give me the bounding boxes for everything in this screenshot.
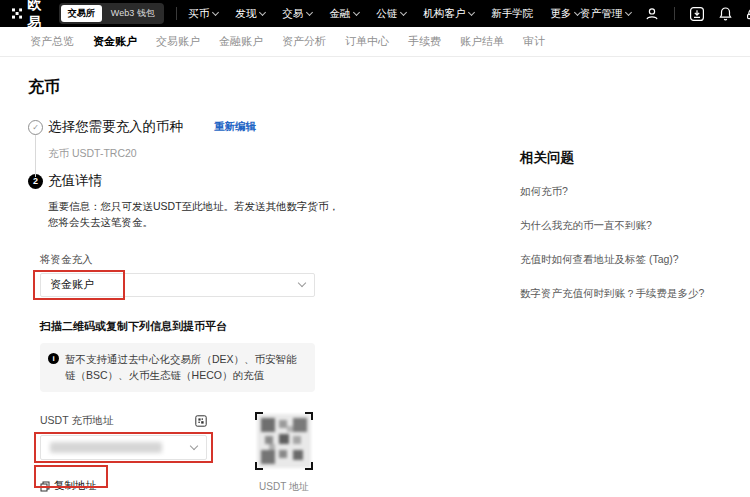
qr-code-image (257, 414, 311, 468)
copy-address-wrap: 复制地址 (40, 469, 96, 496)
subnav-audit[interactable]: 审计 (523, 34, 545, 49)
product-toggle: 交易所 Web3 钱包 (59, 3, 164, 24)
chevron-down-icon (212, 8, 219, 15)
subnav-fees[interactable]: 手续费 (408, 34, 441, 49)
chevron-down-icon (625, 8, 632, 15)
important-notice-text: 重要信息：您只可发送USDT至此地址。若发送其他数字货币，您将会失去这笔资金。 (48, 198, 340, 231)
network-warning-box: i 暂不支持通过去中心化交易所（DEX）、币安智能链（BSC）、火币生态链（HE… (40, 343, 315, 393)
nav-menu-discover[interactable]: 发现 (235, 7, 265, 21)
nav-menu-academy[interactable]: 新手学院 (491, 7, 533, 21)
related-question-not-arrived[interactable]: 为什么我充的币一直不到账? (520, 219, 735, 233)
related-question-arrival-fee[interactable]: 数字资产充值何时到账？手续费是多少? (520, 287, 735, 301)
redacted-address (50, 442, 162, 453)
tab-exchange[interactable]: 交易所 (61, 5, 102, 22)
nav-menu-finance[interactable]: 金融 (329, 7, 359, 21)
page-title: 充币 (28, 77, 750, 98)
chevron-down-icon (259, 8, 266, 15)
step1-title: 选择您需要充入的币种 (48, 118, 183, 136)
account-subnav: 资产总览 资金账户 交易账户 金融账户 资产分析 订单中心 手续费 账户结单 审… (0, 27, 750, 57)
re-edit-link[interactable]: 重新编辑 (214, 120, 256, 134)
menu-label: 更多 (550, 7, 571, 21)
copy-address-label: 复制地址 (54, 479, 96, 493)
address-label: USDT 充币地址 (40, 414, 113, 428)
account-select-wrap: 资金账户 (40, 273, 315, 297)
menu-label: 资产管理 (580, 7, 622, 21)
related-question-address-tag[interactable]: 充值时如何查看地址及标签 (Tag)? (520, 253, 735, 267)
nav-menu-buy-crypto[interactable]: 买币 (188, 7, 218, 21)
chevron-down-icon (298, 279, 306, 287)
copy-icon (40, 481, 50, 492)
profile-icon[interactable] (644, 6, 660, 22)
menu-label: 交易 (282, 7, 303, 21)
nav-menu-trade[interactable]: 交易 (282, 7, 312, 21)
step2-title: 充值详情 (48, 172, 102, 190)
subnav-finance-account[interactable]: 金融账户 (219, 34, 263, 49)
subnav-asset-analysis[interactable]: 资产分析 (282, 34, 326, 49)
network-warning-text: 暂不支持通过去中心化交易所（DEX）、币安智能链（BSC）、火币生态链（HECO… (65, 351, 305, 385)
subnav-order-center[interactable]: 订单中心 (345, 34, 389, 49)
address-select-wrap (40, 435, 207, 460)
chevron-down-icon (400, 8, 407, 15)
deposit-page: 充币 ✓ 选择您需要充入的币种 重新编辑 充币 USDT-TRC20 2 充值详… (0, 57, 750, 497)
menu-label: 机构客户 (423, 7, 465, 21)
chevron-down-icon (353, 8, 360, 15)
qr-code-area: USDT 地址 (239, 414, 329, 494)
chevron-down-icon (306, 8, 313, 15)
related-questions-title: 相关问题 (520, 149, 735, 167)
chevron-down-icon (190, 442, 198, 450)
menu-label: 发现 (235, 7, 256, 21)
main-menu: 买币 发现 交易 金融 公链 机构客户 (188, 7, 580, 21)
brand-name: 欧易 (27, 0, 47, 32)
qr-corner-mark (305, 462, 313, 470)
address-select[interactable] (40, 435, 207, 460)
menu-label: 金融 (329, 7, 350, 21)
top-navbar: 欧易 交易所 Web3 钱包 买币 发现 交易 金融 (0, 0, 750, 27)
step-connector-line (35, 135, 36, 177)
account-select[interactable]: 资金账户 (40, 273, 315, 297)
subnav-assets-overview[interactable]: 资产总览 (30, 34, 74, 49)
nav-divider (674, 7, 675, 20)
menu-label: 公链 (376, 7, 397, 21)
step1-row: ✓ 选择您需要充入的币种 重新编辑 (28, 118, 750, 136)
menu-label: 买币 (188, 7, 209, 21)
nav-menu-more[interactable]: 更多 (550, 7, 580, 21)
asset-management-menu[interactable]: 资产管理 (580, 7, 631, 21)
qr-caption: USDT 地址 (259, 480, 309, 494)
copy-address-button[interactable]: 复制地址 (40, 479, 96, 493)
qr-blurred-pattern (257, 414, 311, 468)
related-question-how-to-deposit[interactable]: 如何充币? (520, 185, 735, 199)
subnav-trading-account[interactable]: 交易账户 (156, 34, 200, 49)
app-download-icon[interactable] (689, 6, 705, 22)
qr-corner-mark (255, 412, 263, 420)
okx-logo-icon (12, 6, 22, 21)
chevron-down-icon (468, 8, 475, 15)
nav-menu-public-chain[interactable]: 公链 (376, 7, 406, 21)
nav-menu-institutions[interactable]: 机构客户 (423, 7, 474, 21)
notifications-bell-icon[interactable] (718, 6, 733, 22)
nav-divider (176, 7, 177, 20)
qr-corner-mark (255, 462, 263, 470)
step1-check-icon: ✓ (28, 120, 43, 135)
address-section: USDT 充币地址 (40, 392, 750, 496)
info-icon: i (48, 353, 59, 364)
support-headset-icon[interactable] (746, 6, 750, 21)
related-questions-panel: 相关问题 如何充币? 为什么我充的币一直不到账? 充值时如何查看地址及标签 (T… (520, 149, 735, 321)
qr-code-icon[interactable] (195, 415, 207, 427)
menu-label: 新手学院 (491, 7, 533, 21)
account-select-value: 资金账户 (50, 277, 94, 292)
subnav-account-statement[interactable]: 账户结单 (460, 34, 504, 49)
qr-corner-mark (305, 412, 313, 420)
subnav-funding-account[interactable]: 资金账户 (93, 34, 137, 49)
tab-web3-wallet[interactable]: Web3 钱包 (104, 5, 162, 22)
okx-logo[interactable]: 欧易 (12, 0, 47, 32)
